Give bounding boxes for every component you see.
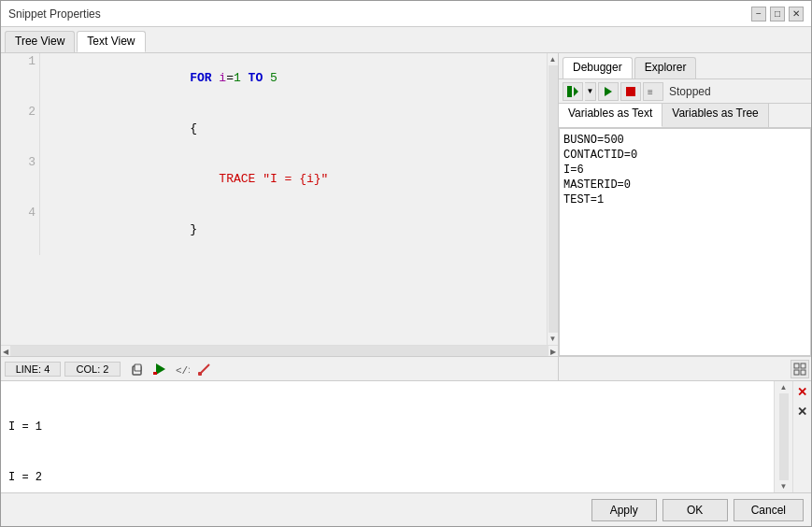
dbg-run-btn[interactable] xyxy=(563,82,583,101)
tab-variables-text[interactable]: Variables as Text xyxy=(559,104,662,127)
dbg-dropdown-btn[interactable]: ▼ xyxy=(585,82,596,101)
maximize-button[interactable]: □ xyxy=(770,7,785,21)
code-content: { xyxy=(40,104,547,154)
op-eq: = xyxy=(226,71,234,85)
var-line: MASTERID=0 xyxy=(563,178,806,192)
window-title: Snippet Properties xyxy=(8,7,101,21)
svg-rect-6 xyxy=(198,372,202,376)
close-button[interactable]: ✕ xyxy=(789,7,804,21)
svg-rect-3 xyxy=(153,372,157,375)
editor-debugger-row: 1 FOR i=1 TO 5 2 { xyxy=(1,53,811,380)
code-content: FOR i=1 TO 5 xyxy=(40,53,547,104)
output-scroll-down[interactable]: ▼ xyxy=(778,480,790,492)
output-right-panel: ▲ ▼ xyxy=(774,381,792,492)
dbg-step-btn[interactable]: ≡ xyxy=(643,82,663,101)
scroll-up-arrow[interactable]: ▲ xyxy=(548,53,558,65)
code-icon[interactable]: </> xyxy=(173,360,192,378)
tab-explorer[interactable]: Explorer xyxy=(634,57,697,78)
debugger-tabs: Debugger Explorer xyxy=(559,53,811,79)
line-num: 2 xyxy=(1,104,40,154)
num-1: 1 xyxy=(234,71,241,85)
scroll-down-arrow[interactable]: ▼ xyxy=(548,333,558,345)
svg-text:</>: </> xyxy=(176,365,190,377)
apply-button[interactable]: Apply xyxy=(591,499,657,521)
svg-marker-8 xyxy=(574,87,578,96)
brace-close: } xyxy=(190,222,197,236)
scrollbar-track[interactable] xyxy=(548,65,558,333)
debugger-panel: Debugger Explorer ▼ xyxy=(559,53,811,380)
string-literal: "I = {i}" xyxy=(263,172,328,186)
tab-tree-view[interactable]: Tree View xyxy=(5,31,75,52)
line-num: 3 xyxy=(1,154,40,205)
status-icons: </> xyxy=(128,360,214,378)
var-line: BUSNO=500 xyxy=(563,133,806,148)
hscroll-track[interactable] xyxy=(10,346,548,356)
debugger-bottom-bar xyxy=(559,356,811,380)
output-panel: I = 1 I = 2 I = 3 I = 4 I = 5 ▲ ▼ ✕ ✕ xyxy=(1,380,811,492)
svg-rect-13 xyxy=(801,363,805,368)
variables-area[interactable]: BUSNO=500 CONTACTID=0 I=6 MASTERID=0 TES… xyxy=(559,128,811,356)
cancel-button[interactable]: Cancel xyxy=(734,499,804,521)
table-row: 4 } xyxy=(1,205,547,255)
var-line: CONTACTID=0 xyxy=(563,148,806,163)
tab-text-view[interactable]: Text View xyxy=(77,31,145,52)
col-status: COL: 2 xyxy=(64,362,121,377)
expand-view-btn[interactable] xyxy=(791,360,809,378)
main-tabs: Tree View Text View xyxy=(1,27,811,53)
code-content: } xyxy=(40,205,547,255)
tab-variables-tree[interactable]: Variables as Tree xyxy=(662,104,769,127)
code-scroll[interactable]: 1 FOR i=1 TO 5 2 { xyxy=(1,53,547,345)
code-table: 1 FOR i=1 TO 5 2 { xyxy=(1,53,547,255)
svg-rect-14 xyxy=(794,370,799,375)
main-content: 1 FOR i=1 TO 5 2 { xyxy=(1,53,811,492)
line-num: 1 xyxy=(1,53,40,104)
bottom-bar: Apply OK Cancel xyxy=(1,492,811,526)
keyword-to: TO xyxy=(241,71,270,85)
output-line: I = 1 xyxy=(8,419,766,435)
svg-rect-10 xyxy=(626,87,635,96)
title-controls: − □ ✕ xyxy=(751,7,804,21)
editor-panel: 1 FOR i=1 TO 5 2 { xyxy=(1,53,559,380)
table-row: 1 FOR i=1 TO 5 xyxy=(1,53,547,104)
tab-debugger[interactable]: Debugger xyxy=(563,57,633,78)
var-line: TEST=1 xyxy=(563,192,806,207)
output-scroll-up[interactable]: ▲ xyxy=(778,381,790,393)
debugger-toolbar: ▼ ≡ xyxy=(559,79,811,104)
output-close-x2[interactable]: ✕ xyxy=(793,403,811,420)
code-area-wrapper: 1 FOR i=1 TO 5 2 { xyxy=(1,53,558,345)
tools-icon[interactable] xyxy=(195,360,214,378)
line-status: LINE: 4 xyxy=(5,362,61,377)
title-bar: Snippet Properties − □ ✕ xyxy=(1,1,811,27)
var-i: i xyxy=(219,71,226,85)
copy-icon[interactable] xyxy=(128,360,147,378)
output-vscroll-track[interactable] xyxy=(779,393,789,480)
code-content: TRACE "I = {i}" xyxy=(40,154,547,205)
horizontal-scroll-row[interactable]: ◀ ▶ xyxy=(1,345,558,356)
scroll-right-arrow[interactable]: ▶ xyxy=(548,346,558,356)
svg-marker-2 xyxy=(156,363,165,375)
status-bar: LINE: 4 COL: 2 xyxy=(1,356,558,380)
svg-rect-12 xyxy=(794,363,799,368)
dbg-play-btn[interactable] xyxy=(598,82,619,101)
ok-button[interactable]: OK xyxy=(662,499,728,521)
dbg-stop-btn[interactable] xyxy=(620,82,641,101)
keyword-for: FOR xyxy=(190,71,219,85)
table-row: 2 { xyxy=(1,104,547,154)
svg-marker-9 xyxy=(605,87,612,96)
brace-open: { xyxy=(190,121,197,135)
svg-rect-7 xyxy=(567,86,572,97)
minimize-button[interactable]: − xyxy=(751,7,766,21)
debugger-status: Stopped xyxy=(669,85,711,98)
line-num: 4 xyxy=(1,205,40,255)
output-line: I = 2 xyxy=(8,469,766,486)
keyword-trace: TRACE xyxy=(219,172,263,186)
num-5: 5 xyxy=(270,71,278,85)
vertical-scrollbar[interactable]: ▲ ▼ xyxy=(547,53,558,345)
output-close-x[interactable]: ✕ xyxy=(793,383,811,401)
var-line: I=6 xyxy=(563,163,806,178)
output-content[interactable]: I = 1 I = 2 I = 3 I = 4 I = 5 xyxy=(1,381,774,492)
svg-rect-1 xyxy=(135,364,141,371)
run-icon[interactable] xyxy=(150,360,169,378)
scroll-left-arrow[interactable]: ◀ xyxy=(1,346,10,356)
svg-rect-15 xyxy=(801,370,805,375)
